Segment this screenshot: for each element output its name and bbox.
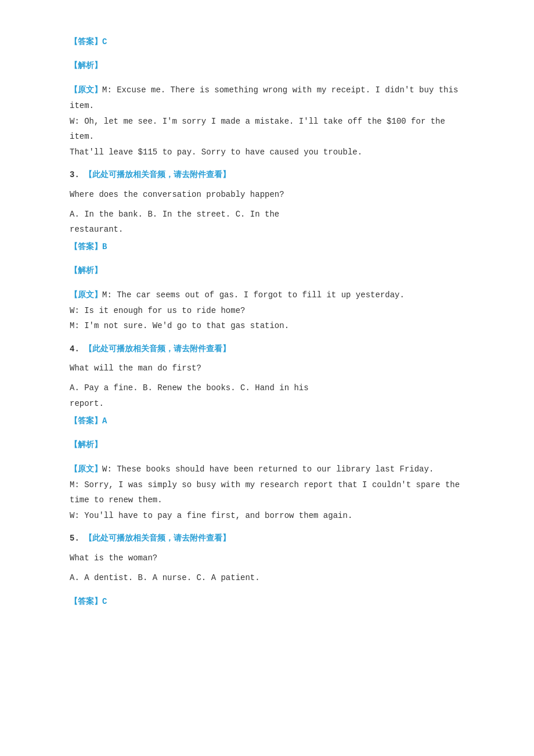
q4-audio-note: 【此处可播放相关音频，请去附件查看】: [84, 344, 230, 354]
q2-answer-section: 【答案】C: [70, 35, 464, 49]
q4-answer-section: 【答案】A: [70, 414, 464, 429]
q2-original-bracket: 【原文】: [70, 85, 102, 95]
q3-original-text1: M: The car seems out of gas. I forgot to…: [102, 290, 405, 300]
q4-answer-label: 【答案】A: [70, 414, 464, 429]
q3-analysis-label: 【解析】: [70, 264, 464, 278]
q5-question: What is the woman?: [70, 551, 464, 566]
q3-header: 3. 【此处可播放相关音频，请去附件查看】: [70, 168, 464, 182]
q5-audio-note: 【此处可播放相关音频，请去附件查看】: [84, 534, 230, 543]
q4-original-line3: time to renew them.: [70, 492, 464, 508]
q5-number: 5.: [70, 534, 84, 543]
q3-audio-note: 【此处可播放相关音频，请去附件查看】: [84, 170, 230, 179]
q3-answer-section: 【答案】B: [70, 240, 464, 254]
q4-original-section: 【原文】W: These books should have been retu…: [70, 462, 464, 523]
q4-header: 4. 【此处可播放相关音频，请去附件查看】: [70, 342, 464, 357]
q2-original-line2: item.: [70, 98, 464, 114]
q2-original-line3: W: Oh, let me see. I'm sorry I made a mi…: [70, 114, 464, 145]
q2-answer-label: 【答案】C: [70, 35, 464, 49]
q4-option-line1: A. Pay a fine. B. Renew the books. C. Ha…: [70, 380, 464, 396]
q3-analysis-section: 【解析】: [70, 264, 464, 278]
q2-analysis-label: 【解析】: [70, 59, 464, 73]
q3-option-line2: restaurant.: [70, 222, 464, 237]
q2-original-line4: That'll leave $115 to pay. Sorry to have…: [70, 145, 464, 160]
q5-analysis-label: 【答案】C: [70, 595, 464, 609]
q4-original-line2: M: Sorry, I was simply so busy with my r…: [70, 477, 464, 493]
q3-original-line3: M: I'm not sure. We'd go to that gas sta…: [70, 318, 464, 334]
q4-analysis-label: 【解析】: [70, 438, 464, 452]
q4-original-line1: 【原文】W: These books should have been retu…: [70, 462, 464, 477]
q4-analysis-section: 【解析】: [70, 438, 464, 452]
q4-option-line2: report.: [70, 396, 464, 412]
q3-original-line2: W: Is it enough for us to ride home?: [70, 303, 464, 319]
q3-option-line1: A. In the bank. B. In the street. C. In …: [70, 207, 464, 222]
q4-original-line4: W: You'll have to pay a fine first, and …: [70, 508, 464, 524]
q2-original-line1: 【原文】M: Excuse me. There is something wro…: [70, 82, 464, 98]
q3-number: 3.: [70, 170, 84, 179]
q3-original-bracket: 【原文】: [70, 290, 102, 300]
q4-question: What will the man do first?: [70, 361, 464, 376]
q3-options: A. In the bank. B. In the street. C. In …: [70, 207, 464, 237]
q5-options: A. A dentist. B. A nurse. C. A patient.: [70, 570, 464, 586]
q3-answer-label: 【答案】B: [70, 240, 464, 254]
q2-original-text1: M: Excuse me. There is something wrong w…: [102, 85, 458, 95]
q2-analysis-section: 【解析】: [70, 59, 464, 73]
q2-original-section: 【原文】M: Excuse me. There is something wro…: [70, 82, 464, 160]
page-content: 【答案】C 【解析】 【原文】M: Excuse me. There is so…: [70, 35, 464, 610]
q3-original-line1: 【原文】M: The car seems out of gas. I forgo…: [70, 287, 464, 303]
q5-header: 5. 【此处可播放相关音频，请去附件查看】: [70, 531, 464, 546]
q4-number: 4.: [70, 344, 84, 354]
q4-original-bracket: 【原文】: [70, 465, 102, 474]
q5-option-line1: A. A dentist. B. A nurse. C. A patient.: [70, 570, 464, 586]
q5-analysis-section: 【答案】C: [70, 595, 464, 609]
q4-original-text1: W: These books should have been returned…: [102, 465, 434, 474]
q3-question: Where does the conversation probably hap…: [70, 188, 464, 202]
q3-original-section: 【原文】M: The car seems out of gas. I forgo…: [70, 287, 464, 334]
q4-options: A. Pay a fine. B. Renew the books. C. Ha…: [70, 380, 464, 411]
